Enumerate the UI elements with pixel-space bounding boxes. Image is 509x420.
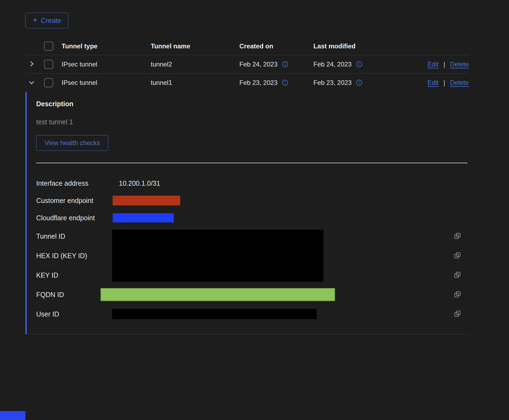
- tunnel-ids-redacted-value: [112, 230, 323, 282]
- header-tunnel-name: Tunnel name: [151, 42, 239, 50]
- plus-icon: +: [33, 16, 38, 24]
- ipsec-tunnels-page: + Create Tunnel type Tunnel name Created…: [0, 0, 509, 420]
- copy-icon: [454, 291, 461, 299]
- tunnel-type-cell: IPsec tunnel: [62, 61, 151, 68]
- tunnel-id-label: Tunnel ID: [36, 232, 112, 240]
- created-on-value: Feb 24, 2023: [239, 61, 277, 68]
- copy-icon: [454, 310, 461, 318]
- delete-link[interactable]: Delete: [450, 79, 469, 86]
- info-icon[interactable]: [282, 61, 288, 68]
- action-separator: |: [443, 79, 445, 86]
- header-last-modified: Last modified: [313, 42, 394, 50]
- info-icon[interactable]: [282, 79, 288, 86]
- copy-icon: [454, 232, 461, 240]
- last-modified-value: Feb 24, 2023: [313, 61, 351, 68]
- info-icon[interactable]: [356, 61, 362, 68]
- fqdn-id-redacted-value: [101, 288, 335, 301]
- copy-user-id-button[interactable]: [454, 310, 461, 318]
- copy-hex-id-button[interactable]: [454, 252, 461, 260]
- tunnel-name-cell: tunnel1: [151, 79, 239, 86]
- create-button-label: Create: [41, 17, 61, 25]
- copy-tunnel-id-button[interactable]: [454, 232, 461, 240]
- bottom-blue-strip: [0, 411, 25, 420]
- copy-icon: [454, 271, 461, 279]
- last-modified-cell: Feb 24, 2023: [313, 61, 394, 68]
- customer-endpoint-label: Customer endpoint: [36, 197, 112, 205]
- tunnel-type-cell: IPsec tunnel: [62, 79, 151, 86]
- interface-address-label: Interface address: [36, 179, 112, 187]
- section-divider: [36, 163, 467, 163]
- cloudflare-endpoint-label: Cloudflare endpoint: [36, 214, 112, 222]
- last-modified-value: Feb 23, 2023: [313, 79, 351, 86]
- select-all-checkbox[interactable]: [44, 42, 53, 51]
- cloudflare-endpoint-redacted-value: [113, 213, 174, 222]
- info-icon[interactable]: [356, 79, 362, 86]
- header-tunnel-type: Tunnel type: [62, 42, 151, 50]
- collapse-row-button[interactable]: [28, 79, 35, 87]
- table-row-tunnel2: IPsec tunnel tunnel2 Feb 24, 2023 Feb 24…: [25, 55, 469, 74]
- hex-id-label: HEX ID (KEY ID): [36, 252, 112, 260]
- row-checkbox[interactable]: [44, 78, 53, 87]
- tunnel-detail-fields: Interface address 10.200.1.0/31 Customer…: [36, 175, 469, 324]
- tunnels-table: Tunnel type Tunnel name Created on Last …: [25, 37, 469, 92]
- chevron-right-icon: [28, 60, 35, 68]
- key-id-label: KEY ID: [36, 271, 112, 279]
- tunnel-details-panel: Description test tunnel 1 View health ch…: [25, 92, 469, 334]
- interface-address-value: 10.200.1.0/31: [119, 179, 446, 187]
- last-modified-cell: Feb 23, 2023: [313, 79, 394, 86]
- view-health-checks-button[interactable]: View health checks: [36, 135, 108, 151]
- edit-link[interactable]: Edit: [427, 61, 438, 68]
- action-separator: |: [443, 61, 445, 68]
- copy-icon: [454, 252, 461, 260]
- row-checkbox[interactable]: [44, 60, 53, 69]
- created-on-cell: Feb 24, 2023: [239, 61, 313, 68]
- created-on-value: Feb 23, 2023: [239, 79, 277, 86]
- description-label: Description: [36, 92, 469, 108]
- user-id-label: User ID: [36, 310, 112, 318]
- table-header-row: Tunnel type Tunnel name Created on Last …: [25, 37, 469, 55]
- table-row-tunnel1: IPsec tunnel tunnel1 Feb 23, 2023 Feb 23…: [25, 74, 469, 92]
- expand-row-button[interactable]: [28, 60, 35, 68]
- header-created-on: Created on: [239, 42, 313, 50]
- copy-fqdn-id-button[interactable]: [454, 291, 461, 299]
- copy-key-id-button[interactable]: [454, 271, 461, 279]
- edit-link[interactable]: Edit: [427, 79, 438, 86]
- user-id-redacted-value: [112, 309, 317, 319]
- tunnel-name-cell: tunnel2: [151, 61, 239, 68]
- create-button[interactable]: + Create: [25, 13, 68, 28]
- delete-link[interactable]: Delete: [450, 61, 469, 68]
- chevron-down-icon: [28, 79, 35, 87]
- customer-endpoint-redacted-value: [113, 196, 180, 205]
- description-value: test tunnel 1: [36, 118, 469, 126]
- created-on-cell: Feb 23, 2023: [239, 79, 313, 86]
